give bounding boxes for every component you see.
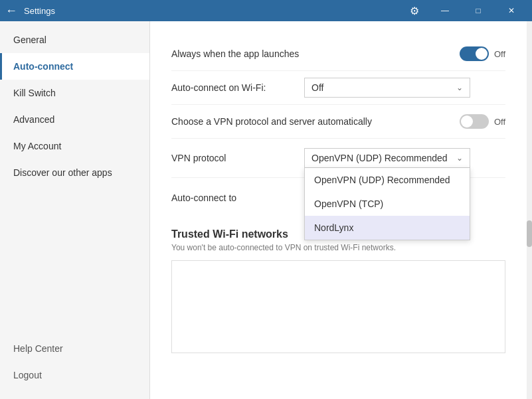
vpn-protocol-label: VPN protocol — [171, 153, 304, 163]
sidebar-item-general[interactable]: General — [0, 27, 149, 53]
always-launch-label: Always when the app launches — [171, 48, 299, 59]
right-scrollbar[interactable] — [527, 21, 532, 399]
always-launch-toggle-container: Off — [460, 46, 505, 61]
vpn-protocol-trigger[interactable]: OpenVPN (UDP) Recommended ⌄ — [304, 148, 470, 168]
window-controls: ⚙ — □ ✕ — [410, 0, 527, 21]
always-launch-toggle-label: Off — [494, 49, 505, 59]
sidebar-item-help-center[interactable]: Help Center — [0, 335, 149, 362]
choose-vpn-toggle-container: Off — [460, 114, 505, 129]
gear-icon[interactable]: ⚙ — [410, 5, 419, 17]
wifi-chevron-icon: ⌄ — [456, 83, 463, 92]
choose-vpn-toggle-label: Off — [494, 117, 505, 127]
scrollbar-thumb[interactable] — [527, 220, 532, 247]
close-button[interactable]: ✕ — [496, 0, 527, 21]
wifi-select-value: Off — [311, 82, 323, 93]
always-launch-toggle[interactable] — [460, 46, 489, 61]
content-area: Always when the app launches Off Auto-co… — [150, 21, 527, 399]
vpn-protocol-dropdown-wrapper: OpenVPN (UDP) Recommended ⌄ OpenVPN (UDP… — [304, 148, 470, 168]
dropdown-option-openvpn-tcp[interactable]: OpenVPN (TCP) — [305, 192, 470, 216]
sidebar-item-kill-switch[interactable]: Kill Switch — [0, 80, 149, 106]
minimize-button[interactable]: — — [430, 0, 460, 21]
vpn-protocol-chevron-icon: ⌄ — [456, 153, 463, 163]
sidebar-item-discover[interactable]: Discover our other apps — [0, 159, 149, 186]
wifi-select-row: Auto-connect on Wi-Fi: Off ⌄ — [171, 71, 505, 105]
sidebar-item-auto-connect[interactable]: Auto-connect — [0, 53, 149, 80]
vpn-protocol-dropdown-menu: OpenVPN (UDP) Recommended OpenVPN (TCP) … — [304, 168, 470, 240]
sidebar: General Auto-connect Kill Switch Advance… — [0, 21, 150, 399]
wifi-select-label: Auto-connect on Wi-Fi: — [171, 82, 304, 93]
sidebar-item-advanced[interactable]: Advanced — [0, 106, 149, 133]
sidebar-nav: General Auto-connect Kill Switch Advance… — [0, 21, 149, 335]
app-body: General Auto-connect Kill Switch Advance… — [0, 21, 532, 399]
title-bar: ← Settings ⚙ — □ ✕ — [0, 0, 532, 21]
dropdown-option-nordlynx[interactable]: NordLynx — [305, 216, 470, 240]
auto-connect-to-label: Auto-connect to — [171, 193, 304, 203]
dropdown-option-openvpn-udp[interactable]: OpenVPN (UDP) Recommended — [305, 168, 470, 192]
trusted-wifi-section: Trusted Wi-Fi networks You won't be auto… — [171, 228, 505, 353]
sidebar-item-my-account[interactable]: My Account — [0, 133, 149, 159]
vpn-protocol-section: VPN protocol OpenVPN (UDP) Recommended ⌄… — [171, 139, 505, 178]
wifi-select-box[interactable]: Off ⌄ — [304, 78, 470, 98]
vpn-protocol-row: VPN protocol OpenVPN (UDP) Recommended ⌄… — [171, 148, 505, 168]
sidebar-bottom: Help Center Logout — [0, 335, 149, 399]
choose-vpn-label: Choose a VPN protocol and server automat… — [171, 116, 372, 127]
sidebar-item-logout[interactable]: Logout — [0, 362, 149, 388]
maximize-button[interactable]: □ — [463, 0, 493, 21]
choose-vpn-row: Choose a VPN protocol and server automat… — [171, 105, 505, 139]
window-title: Settings — [24, 6, 410, 16]
trusted-wifi-box — [171, 260, 505, 353]
choose-vpn-toggle[interactable] — [460, 114, 489, 129]
always-launch-row: Always when the app launches Off — [171, 37, 505, 71]
back-button[interactable]: ← — [5, 4, 17, 18]
vpn-protocol-value: OpenVPN (UDP) Recommended — [311, 153, 448, 163]
trusted-wifi-desc: You won't be auto-connected to VPN on tr… — [171, 243, 505, 252]
